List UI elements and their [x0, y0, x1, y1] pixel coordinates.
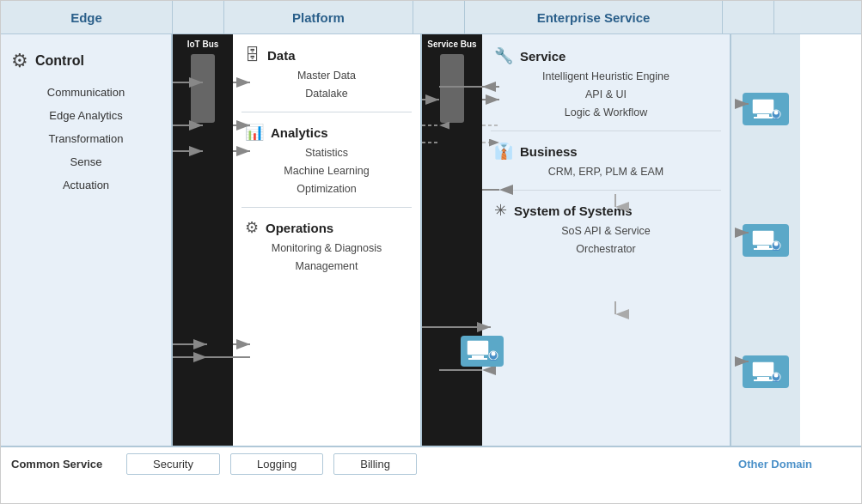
svg-rect-45	[467, 340, 489, 355]
svg-point-49	[492, 352, 496, 356]
operations-actor-icon	[461, 336, 504, 367]
diagram-wrapper: Edge Platform Enterprise Service ⚙ Contr…	[0, 0, 862, 504]
svg-rect-47	[468, 358, 487, 360]
svg-rect-46	[472, 355, 484, 358]
arrows-overlay	[1, 1, 861, 503]
